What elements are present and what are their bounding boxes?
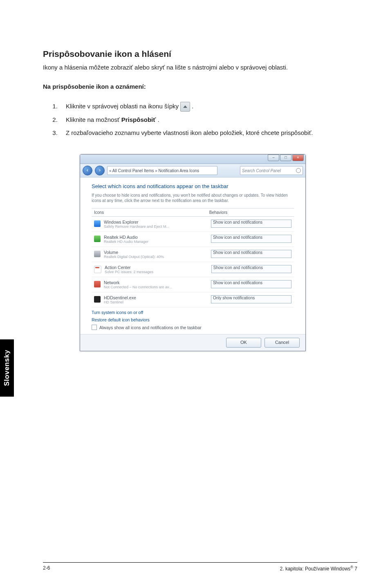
realtek-icon — [94, 236, 101, 242]
step-2-text-a: Kliknite na možnosť — [66, 116, 121, 123]
language-side-tab: Slovensky — [0, 339, 14, 397]
table-header: Icons Behaviors — [92, 209, 294, 217]
behavior-select[interactable]: Show icon and notifications — [211, 250, 291, 258]
footer-divider — [43, 562, 357, 563]
col-header-behaviors: Behaviors — [209, 210, 291, 215]
section-subhead: Na prispôsobenie ikon a oznámení: — [43, 83, 357, 90]
section-title: Prispôsobovanie ikon a hlásení — [43, 49, 357, 59]
row-text: Realtek HD Audio Realtek HD Audio Manage… — [104, 235, 211, 244]
step-2-text-c: . — [158, 116, 159, 123]
registered-icon: ® — [350, 565, 353, 569]
row-sub: Solve PC issues: 2 messages — [105, 270, 211, 274]
step-2: Kliknite na možnosť Prispôsobiť . — [59, 115, 357, 125]
nav-forward-button[interactable]: › — [95, 166, 105, 175]
row-name: Network — [104, 280, 211, 285]
step-1-text-a: Kliknite v správovej oblasti na ikonu ší… — [66, 103, 180, 110]
row-name: Windows Explorer — [104, 220, 211, 224]
link-system-icons[interactable]: Turn system icons on or off — [92, 310, 294, 315]
col-header-icons: Icons — [94, 210, 209, 215]
always-show-label: Always show all icons and notifications … — [99, 325, 202, 330]
hdd-sentinel-icon — [94, 296, 101, 303]
row-sub: Not Connected – No connections are av... — [104, 285, 211, 289]
behavior-select[interactable]: Show icon and notifications — [211, 265, 291, 273]
row-name: Action Center — [105, 265, 211, 270]
step-2-bold: Prispôsobiť — [121, 116, 156, 123]
row-text: HDDsentinel.exe HD Sentinel — [104, 295, 211, 304]
row-name: HDDsentinel.exe — [104, 295, 211, 300]
section-intro: Ikony a hlásenia môžete zobraziť alebo s… — [43, 63, 357, 72]
row-sub: Safely Remove Hardware and Eject M... — [104, 224, 211, 229]
search-input[interactable]: Search Control Panel — [240, 166, 303, 175]
chapter-text: 2. kapitola: Používanie Windows — [280, 566, 351, 572]
document-page: Prispôsobovanie ikon a hlásení Ikony a h… — [0, 0, 390, 548]
table-row: Realtek HD Audio Realtek HD Audio Manage… — [92, 232, 294, 247]
panel-description: If you choose to hide icons and notifica… — [92, 193, 294, 203]
windows-explorer-icon — [94, 220, 101, 227]
embedded-screenshot: – □ × ‹ › « All Control Panel Items » No… — [80, 154, 306, 351]
row-text: Volume Realtek Digital Output (Optical):… — [104, 250, 211, 259]
always-show-checkbox[interactable] — [92, 325, 97, 330]
notification-arrow-icon — [180, 102, 190, 112]
page-footer: 2-6 2. kapitola: Používanie Windows® 7 — [0, 565, 390, 572]
chapter-suffix: 7 — [353, 566, 357, 572]
icons-table: Icons Behaviors Windows Explorer Safely … — [92, 208, 294, 307]
maximize-button[interactable]: □ — [280, 155, 291, 161]
action-center-icon — [94, 266, 101, 273]
behavior-select[interactable]: Only show notifications — [211, 295, 291, 303]
table-row: Network Not Connected – No connections a… — [92, 277, 294, 292]
window-body: Select which icons and notifications app… — [80, 177, 305, 334]
step-3: Z rozbaľovacieho zoznamu vyberte vlastno… — [59, 128, 357, 138]
steps-list: Kliknite v správovej oblasti na ikonu ší… — [43, 101, 357, 138]
cancel-button[interactable]: Cancel — [264, 338, 300, 348]
chapter-label: 2. kapitola: Používanie Windows® 7 — [280, 565, 357, 572]
row-text: Windows Explorer Safely Remove Hardware … — [104, 220, 211, 229]
control-panel-window: – □ × ‹ › « All Control Panel Items » No… — [80, 154, 306, 351]
row-sub: Realtek HD Audio Manager — [104, 240, 211, 244]
close-button[interactable]: × — [292, 155, 304, 161]
row-sub: Realtek Digital Output (Optical): 40% — [104, 255, 211, 259]
ok-button[interactable]: OK — [226, 338, 261, 348]
table-row: Action Center Solve PC issues: 2 message… — [92, 262, 294, 277]
step-1: Kliknite v správovej oblasti na ikonu ší… — [59, 101, 357, 112]
row-name: Realtek HD Audio — [104, 235, 211, 240]
table-row: Windows Explorer Safely Remove Hardware … — [92, 217, 294, 232]
window-navbar: ‹ › « All Control Panel Items » Notifica… — [80, 164, 305, 177]
step-1-text-b: . — [192, 103, 193, 110]
table-row: Volume Realtek Digital Output (Optical):… — [92, 247, 294, 262]
window-footer: OK Cancel — [80, 334, 305, 351]
panel-heading: Select which icons and notifications app… — [92, 183, 294, 189]
network-icon — [94, 281, 101, 287]
behavior-select[interactable]: Show icon and notifications — [211, 280, 291, 288]
address-bar[interactable]: « All Control Panel Items » Notification… — [107, 166, 217, 175]
behavior-select[interactable]: Show icon and notifications — [211, 220, 291, 228]
always-show-row: Always show all icons and notifications … — [92, 325, 294, 330]
link-restore-defaults[interactable]: Restore default icon behaviors — [92, 317, 294, 322]
minimize-button[interactable]: – — [268, 155, 279, 161]
nav-back-button[interactable]: ‹ — [83, 166, 92, 175]
table-row: HDDsentinel.exe HD Sentinel Only show no… — [92, 292, 294, 307]
row-sub: HD Sentinel — [104, 300, 211, 304]
volume-icon — [94, 251, 101, 257]
links-area: Turn system icons on or off Restore defa… — [92, 307, 294, 330]
page-number: 2-6 — [43, 565, 50, 572]
row-text: Network Not Connected – No connections a… — [104, 280, 211, 289]
row-name: Volume — [104, 250, 211, 255]
window-titlebar: – □ × — [80, 155, 305, 164]
behavior-select[interactable]: Show icon and notifications — [211, 235, 291, 243]
row-text: Action Center Solve PC issues: 2 message… — [105, 265, 211, 274]
